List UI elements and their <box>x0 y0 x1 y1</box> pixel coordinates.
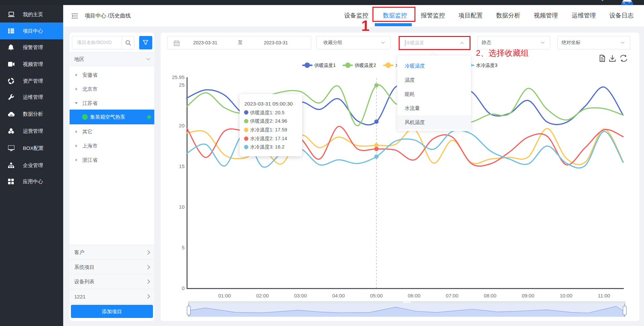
svg-text:05:00: 05:00 <box>370 293 383 298</box>
svg-text:11:00: 11:00 <box>598 293 610 298</box>
svg-text:09:00: 09:00 <box>522 293 534 298</box>
svg-text:水冷温度3: 水冷温度3 <box>476 63 497 68</box>
svg-text:25: 25 <box>179 82 185 88</box>
svg-text:0: 0 <box>182 285 185 291</box>
svg-text:06:00: 06:00 <box>408 293 420 298</box>
svg-text:08:00: 08:00 <box>484 293 496 298</box>
svg-text:15: 15 <box>179 163 185 169</box>
svg-text:25.95: 25.95 <box>172 74 185 80</box>
svg-text:04:00: 04:00 <box>332 293 345 298</box>
svg-text:02:00: 02:00 <box>256 293 269 298</box>
svg-text:01:00: 01:00 <box>218 293 231 298</box>
svg-text:供暖温度2: 供暖温度2 <box>355 63 376 68</box>
svg-text:5: 5 <box>182 245 185 250</box>
svg-text:03:00: 03:00 <box>294 293 307 298</box>
svg-text:20: 20 <box>179 123 185 128</box>
svg-text:10:00: 10:00 <box>560 293 572 298</box>
svg-text:07:00: 07:00 <box>446 293 458 298</box>
svg-text:供暖温度1: 供暖温度1 <box>314 63 336 68</box>
svg-text:10: 10 <box>179 204 185 210</box>
